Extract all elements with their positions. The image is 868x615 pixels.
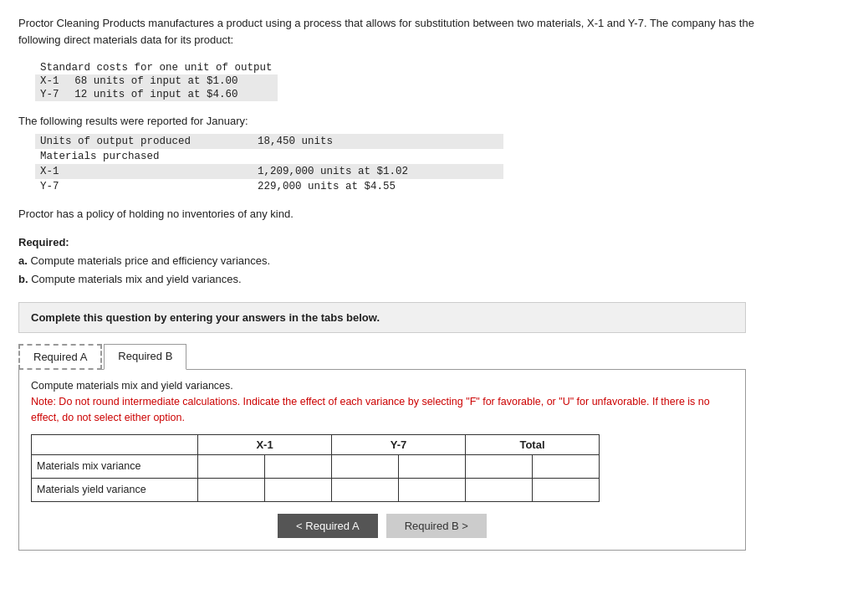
table-row-yield: Materials yield variance <box>32 478 600 501</box>
jan-row-2-label: X-1 <box>35 164 253 179</box>
yield-total-effect-input[interactable] <box>533 478 600 501</box>
std-x1-value: 68 units of input at $1.00 <box>69 74 277 88</box>
standard-costs-header: Standard costs for one unit of output <box>35 61 278 74</box>
instructions-line2: Note: Do not round intermediate calculat… <box>31 396 710 423</box>
mix-x1-value-input[interactable] <box>198 454 265 478</box>
jan-row-1-value <box>253 149 503 164</box>
col-header-x1: X-1 <box>198 434 332 454</box>
content-area: Compute materials mix and yield variance… <box>18 370 746 550</box>
col-header-y7: Y-7 <box>332 434 466 454</box>
required-section: Required: a. Compute materials price and… <box>18 233 850 289</box>
mix-x1-effect-input[interactable] <box>265 454 332 478</box>
next-button[interactable]: Required B > <box>386 514 487 538</box>
col-header-total: Total <box>466 434 600 454</box>
jan-row-3-value: 229,000 units at $4.55 <box>253 179 503 194</box>
std-x1-label: X-1 <box>35 74 69 88</box>
tab-required-b[interactable]: Required B <box>104 344 186 370</box>
std-y7-label: Y-7 <box>35 88 69 101</box>
intro-text: Proctor Cleaning Products manufactures a… <box>18 15 771 48</box>
prev-button[interactable]: < Required A <box>278 514 378 538</box>
instructions: Compute materials mix and yield variance… <box>31 378 733 425</box>
required-item-b: b. Compute materials mix and yield varia… <box>18 273 242 285</box>
nav-buttons: < Required A Required B > <box>31 514 733 538</box>
table-row-mix: Materials mix variance <box>32 454 600 478</box>
jan-row-0-value: 18,450 units <box>253 134 503 149</box>
yield-total-value-input[interactable] <box>466 478 533 501</box>
january-table: Units of output produced 18,450 units Ma… <box>35 134 503 194</box>
jan-row-3-label: Y-7 <box>35 179 253 194</box>
jan-row-1-label: Materials purchased <box>35 149 253 164</box>
yield-x1-effect-input[interactable] <box>265 478 332 501</box>
col-header-label <box>32 434 198 454</box>
mix-total-effect-input[interactable] <box>533 454 600 478</box>
required-title: Required: <box>18 236 69 249</box>
yield-y7-value-input[interactable] <box>332 478 399 501</box>
tabs-container: Required A Required B <box>18 343 746 370</box>
instructions-line1: Compute materials mix and yield variance… <box>31 380 233 392</box>
std-y7-value: 12 units of input at $4.60 <box>69 88 277 101</box>
policy-text: Proctor has a policy of holding no inven… <box>18 208 850 220</box>
tab-required-a[interactable]: Required A <box>18 344 102 370</box>
mix-y7-value-input[interactable] <box>332 454 399 478</box>
mix-variance-label: Materials mix variance <box>32 454 198 478</box>
mix-y7-effect-input[interactable] <box>399 454 466 478</box>
required-item-a: a. Compute materials price and efficienc… <box>18 254 270 267</box>
yield-y7-effect-input[interactable] <box>399 478 466 501</box>
mix-total-value-input[interactable] <box>466 454 533 478</box>
complete-box: Complete this question by entering your … <box>18 302 746 333</box>
jan-row-2-value: 1,209,000 units at $1.02 <box>253 164 503 179</box>
complete-box-text: Complete this question by entering your … <box>31 311 380 324</box>
jan-row-0-label: Units of output produced <box>35 134 253 149</box>
variance-table: X-1 Y-7 Total Materials mix variance Mat… <box>31 434 600 502</box>
january-title: The following results were reported for … <box>18 115 850 127</box>
standard-costs-table: Standard costs for one unit of output X-… <box>35 61 278 101</box>
yield-variance-label: Materials yield variance <box>32 478 198 501</box>
yield-x1-value-input[interactable] <box>198 478 265 501</box>
